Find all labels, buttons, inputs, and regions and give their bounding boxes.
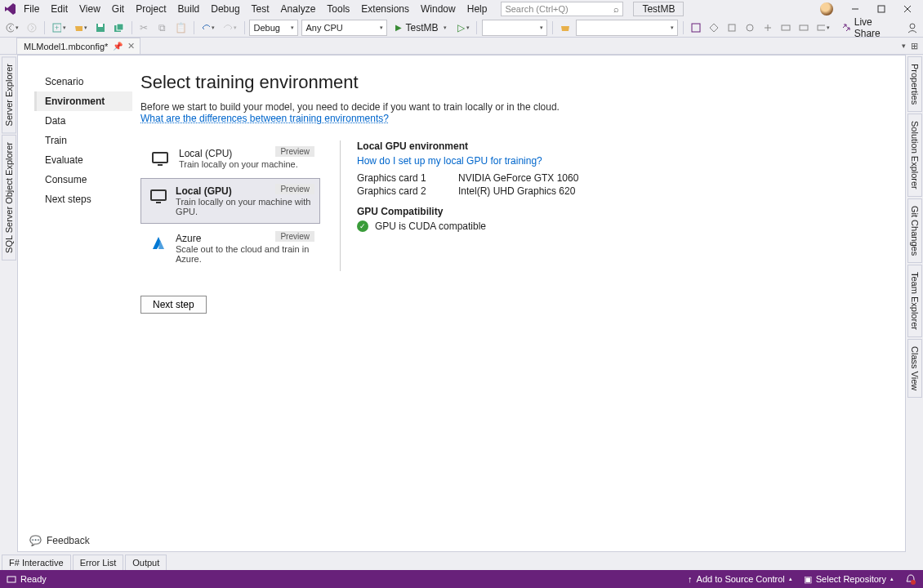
search-icon: ⌕ (613, 4, 619, 14)
rail-tab-solution-explorer[interactable]: Solution Explorer (907, 114, 922, 197)
menu-build[interactable]: Build (172, 2, 206, 16)
add-source-control-button[interactable]: ↑ Add to Source Control ▴ (688, 574, 792, 584)
tool-icon-3[interactable] (725, 20, 739, 36)
live-share-button[interactable]: Live Share (836, 16, 901, 39)
step-scenario[interactable]: Scenario (34, 72, 132, 91)
tool-icon-4[interactable] (742, 20, 757, 36)
step-next-steps[interactable]: Next steps (34, 189, 132, 209)
vs-logo-icon (3, 2, 16, 16)
account-icon[interactable] (904, 20, 920, 36)
menu-extensions[interactable]: Extensions (355, 2, 415, 16)
gpu-setup-link[interactable]: How do I set up my local GPU for trainin… (357, 155, 542, 167)
solution-name[interactable]: TestMB (633, 2, 684, 16)
svg-rect-13 (729, 24, 735, 31)
browse-button[interactable] (558, 20, 573, 36)
search-input[interactable]: Search (Ctrl+Q) ⌕ (501, 2, 623, 16)
save-all-button[interactable] (111, 20, 127, 36)
tab-overflow-icon[interactable]: ▾ (902, 42, 906, 50)
menu-view[interactable]: View (74, 2, 106, 16)
menu-debug[interactable]: Debug (205, 2, 245, 16)
cut-button[interactable]: ✂ (136, 20, 151, 36)
rail-tab-sql-server-object-explorer[interactable]: SQL Server Object Explorer (2, 135, 16, 261)
step-data[interactable]: Data (34, 111, 132, 131)
tool-icon-5[interactable] (760, 20, 775, 36)
step-consume[interactable]: Consume (34, 170, 132, 189)
close-button[interactable] (895, 1, 920, 17)
new-item-button[interactable]: + (50, 20, 68, 36)
back-button[interactable] (3, 20, 21, 36)
forward-button[interactable] (25, 20, 39, 36)
rail-tab-class-view[interactable]: Class View (907, 339, 922, 398)
main-area: Server ExplorerSQL Server Object Explore… (0, 55, 923, 552)
find-combo[interactable] (482, 20, 547, 36)
next-step-button[interactable]: Next step (140, 296, 207, 314)
bottom-tab-output[interactable]: Output (125, 555, 167, 570)
menu-analyze[interactable]: Analyze (275, 2, 322, 16)
separator (194, 21, 194, 34)
menu-test[interactable]: Test (246, 2, 275, 16)
step-train[interactable]: Train (34, 131, 132, 150)
status-ready: Ready (7, 574, 47, 584)
tool-icon-8[interactable] (814, 20, 832, 36)
tool-icon-7[interactable] (796, 20, 811, 36)
env-card-local-gpu-[interactable]: Local (GPU)Train locally on your machine… (140, 178, 320, 224)
bottom-tab-f-interactive[interactable]: F# Interactive (2, 555, 71, 570)
step-environment[interactable]: Environment (34, 91, 132, 111)
select-repository-button[interactable]: ▣ Select Repository ▴ (804, 574, 894, 585)
start-debug-button[interactable]: ▶TestMB▾ (390, 20, 452, 36)
maximize-button[interactable] (869, 1, 894, 17)
rail-tab-server-explorer[interactable]: Server Explorer (2, 56, 16, 133)
gpu-name: Intel(R) UHD Graphics 620 (458, 185, 575, 197)
menu-window[interactable]: Window (415, 2, 462, 16)
rail-tab-git-changes[interactable]: Git Changes (907, 198, 922, 263)
redo-button[interactable] (221, 20, 239, 36)
svg-rect-9 (98, 24, 103, 27)
feedback-link[interactable]: Feedback (47, 535, 90, 546)
close-tab-icon[interactable]: ✕ (127, 41, 135, 51)
tab-settings-icon[interactable]: ⊞ (911, 41, 918, 51)
tool-icon-6[interactable] (778, 20, 793, 36)
menu-edit[interactable]: Edit (45, 2, 74, 16)
paste-button[interactable]: 📋 (172, 20, 189, 36)
menu-tools[interactable]: Tools (321, 2, 355, 16)
process-combo[interactable] (576, 20, 678, 36)
svg-rect-18 (800, 25, 808, 30)
minimize-button[interactable] (843, 1, 867, 17)
user-avatar-icon[interactable] (820, 2, 833, 16)
step-evaluate[interactable]: Evaluate (34, 150, 132, 170)
svg-rect-11 (117, 24, 123, 30)
menu-project[interactable]: Project (130, 2, 172, 16)
gpu-table: Graphics card 1NVIDIA GeForce GTX 1060Gr… (357, 172, 889, 198)
bottom-tab-error-list[interactable]: Error List (73, 555, 124, 570)
document-surface: ScenarioEnvironmentDataTrainEvaluateCons… (17, 55, 906, 552)
rail-tab-team-explorer[interactable]: Team Explorer (907, 265, 922, 337)
notifications-icon[interactable] (905, 573, 916, 585)
separator (132, 21, 132, 34)
menu-file[interactable]: File (18, 2, 45, 16)
gpu-row: Graphics card 1NVIDIA GeForce GTX 1060 (357, 172, 889, 185)
env-card-desc: Train locally on your machine. (179, 159, 298, 169)
copy-button[interactable]: ⧉ (154, 20, 169, 36)
menu-help[interactable]: Help (462, 2, 493, 16)
page-title: Select training environment (140, 72, 889, 93)
repo-icon: ▣ (804, 574, 812, 585)
start-without-debug-button[interactable]: ▷ (455, 20, 471, 36)
configuration-combo[interactable]: Debug (249, 20, 298, 36)
gpu-name: NVIDIA GeForce GTX 1060 (458, 172, 578, 184)
menu-git[interactable]: Git (106, 2, 130, 16)
save-button[interactable] (93, 20, 108, 36)
env-card-azure[interactable]: AzureScale out to the cloud and train in… (140, 225, 320, 271)
tool-icon-2[interactable] (707, 20, 721, 36)
pin-icon[interactable]: 📌 (113, 42, 123, 51)
document-tab[interactable]: MLModel1.mbconfig* 📌 ✕ (16, 38, 140, 54)
rail-tab-properties[interactable]: Properties (907, 56, 922, 112)
tool-icon-1[interactable] (689, 20, 703, 36)
environment-details: Local GPU environment How do I set up my… (340, 140, 889, 271)
open-button[interactable] (72, 20, 90, 36)
env-card-local-cpu-[interactable]: Local (CPU)Train locally on your machine… (140, 140, 320, 176)
training-diff-link[interactable]: What are the differences between trainin… (140, 113, 389, 124)
platform-combo[interactable]: Any CPU (301, 20, 387, 36)
search-placeholder: Search (Ctrl+Q) (505, 4, 568, 14)
details-heading: Local GPU environment (357, 140, 889, 152)
undo-button[interactable] (199, 20, 217, 36)
